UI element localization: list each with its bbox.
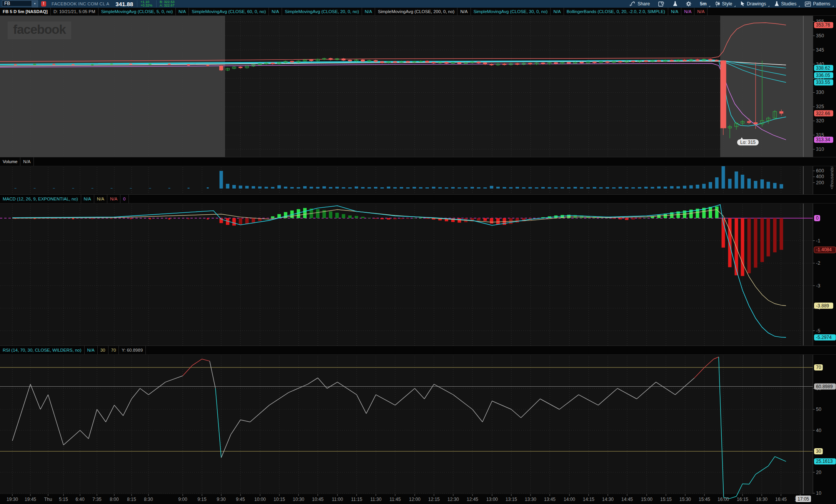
candle-body — [374, 60, 377, 62]
afterhours-shading — [720, 15, 813, 157]
macd-label-segment[interactable]: N/A — [81, 195, 94, 203]
study-label-segment[interactable]: N/A — [362, 8, 375, 15]
study-label-segment[interactable]: SimpleMovingAvg (CLOSE, 60, 0, no) — [189, 8, 269, 15]
study-label-segment[interactable]: N/A — [551, 8, 564, 15]
time-tick-label: 19:45 — [25, 497, 36, 502]
volume-pane-bg[interactable] — [0, 165, 813, 194]
macd-histogram-bar — [715, 207, 719, 218]
study-label-segment[interactable]: N/A — [269, 8, 282, 15]
volume-bar — [689, 185, 693, 189]
study-label-segment[interactable]: N/A — [668, 8, 681, 15]
volume-label-segment[interactable]: Volume — [0, 157, 20, 166]
settings-button[interactable] — [682, 0, 696, 8]
price-axis-bubble-text: 333.55 — [816, 80, 830, 85]
price-axis-gutter[interactable] — [813, 15, 836, 494]
economic-events-button[interactable] — [654, 0, 669, 8]
candle-body — [348, 60, 352, 61]
study-label-segment[interactable]: BollingerBands (CLOSE, 0, 20, -2.0, 2.0,… — [564, 8, 668, 15]
volume-label-segment[interactable]: N/A — [20, 157, 33, 166]
macd-axis-bubble-text: 0 — [816, 215, 819, 221]
candle-body — [406, 61, 410, 62]
drawings-button[interactable]: Drawings — [736, 0, 770, 8]
macd-histogram-bar — [490, 218, 493, 224]
time-tick-label: 15:30 — [679, 497, 691, 502]
style-button[interactable]: Style — [711, 0, 737, 8]
macd-histogram-bar — [458, 218, 461, 223]
candle-body — [670, 60, 674, 61]
interval-label: 5m — [700, 1, 706, 7]
patterns-button[interactable]: Patterns — [801, 0, 834, 8]
macd-label-segment[interactable]: N/A — [94, 195, 107, 203]
macd-label-segment[interactable]: 0 — [120, 195, 128, 203]
macd-label-segment[interactable]: MACD (12, 26, 9, EXPONENTIAL, no) — [0, 195, 81, 203]
macd-histogram-bar — [111, 218, 113, 219]
candle-body — [220, 66, 223, 70]
study-label-segment[interactable]: N/A — [457, 8, 471, 15]
study-label-segment[interactable]: D: 10/21/21, 5:05 PM — [51, 8, 98, 15]
macd-histogram-bar — [631, 218, 635, 220]
study-label-segment[interactable]: N/A — [176, 8, 189, 15]
macd-histogram-bar — [207, 218, 209, 220]
volume-bar — [761, 179, 764, 189]
price-tick-label: 345 — [816, 47, 824, 53]
macd-histogram-bar — [644, 218, 648, 218]
rsi-axis-bubble-text: 70 — [816, 365, 821, 370]
rsi-label-segment[interactable]: 70 — [108, 346, 119, 354]
quick-study-button[interactable] — [669, 0, 682, 8]
studies-button[interactable]: Studies — [770, 0, 801, 8]
chart-canvas[interactable]: 355350345340335330325320315310600400200-… — [0, 0, 836, 504]
macd-axis-bubble-text: -3.889 — [816, 303, 829, 309]
candle-body — [503, 64, 506, 65]
volume-bar — [625, 187, 628, 189]
volume-bar — [599, 187, 603, 189]
candle-body — [207, 65, 209, 66]
rsi-label-segment[interactable]: N/A — [85, 346, 98, 354]
corporate-actions-icon[interactable]: ! — [41, 1, 46, 7]
symbol-dropdown-button[interactable]: ▾ — [32, 0, 38, 7]
time-tick-label: 12:00 — [409, 497, 421, 502]
change-percent: +0.32% — [140, 4, 152, 7]
time-tick-label: 10:15 — [274, 497, 285, 502]
candle-body — [130, 64, 132, 65]
macd-histogram-bar — [748, 218, 751, 273]
time-tick-label: 6:40 — [75, 497, 85, 502]
macd-histogram-bar — [348, 215, 352, 218]
rsi-axis-bubble-text: 30 — [816, 449, 821, 454]
rsi-label-segment[interactable]: RSI (14, 70, 30, CLOSE, WILDERS, no) — [0, 346, 85, 354]
share-icon — [630, 2, 636, 7]
volume-bar — [438, 187, 442, 189]
rsi-label-segment[interactable]: Y: 60.8989 — [119, 346, 146, 354]
time-tick-label: 9:30 — [217, 497, 226, 502]
symbol-input[interactable]: FB — [2, 0, 32, 7]
macd-label-segment[interactable]: N/A — [107, 195, 120, 203]
study-label-segment[interactable]: N/A — [694, 8, 708, 15]
time-tick-label: 13:30 — [525, 497, 536, 502]
study-label-segment[interactable]: SimpleMovingAvg (CLOSE, 5, 0, no) — [98, 8, 176, 15]
study-label-segment[interactable]: SimpleMovingAvg (CLOSE, 30, 0, no) — [471, 8, 551, 15]
macd-histogram-bar — [335, 213, 339, 218]
macd-histogram-bar — [265, 218, 268, 219]
time-tick-label: 7:35 — [92, 497, 102, 502]
macd-pane-header: MACD (12, 26, 9, EXPONENTIAL, no)N/AN/AN… — [0, 194, 836, 204]
style-label: Style — [722, 1, 733, 7]
rsi-label-segment[interactable]: 30 — [98, 346, 108, 354]
rsi-pane-bg[interactable] — [0, 354, 813, 494]
volume-units-label: <thousands> — [829, 165, 834, 189]
study-label-segment[interactable]: N/A — [681, 8, 694, 15]
study-label-segment[interactable]: FB 5 D 5m [NASDAQ] — [0, 8, 51, 15]
macd-histogram-bar — [374, 218, 377, 219]
volume-bar — [773, 183, 777, 189]
candle-body — [72, 64, 74, 65]
macd-histogram-bar — [149, 218, 151, 219]
share-button[interactable]: Share — [626, 0, 654, 8]
study-label-segment[interactable]: SimpleMovingAvg (CLOSE, 20, 0, no) — [282, 8, 362, 15]
macd-pane-bg[interactable] — [0, 203, 813, 345]
candle-body — [426, 61, 429, 62]
candle-body — [516, 63, 519, 64]
volume-bar — [548, 187, 551, 189]
interval-button[interactable]: 5m — [696, 0, 711, 8]
study-label-segment[interactable]: SimpleMovingAvg (CLOSE, 200, 0, no) — [375, 8, 457, 15]
volume-bar — [329, 187, 332, 189]
time-tick-label: 11:45 — [389, 497, 400, 502]
volume-bar — [702, 184, 706, 189]
